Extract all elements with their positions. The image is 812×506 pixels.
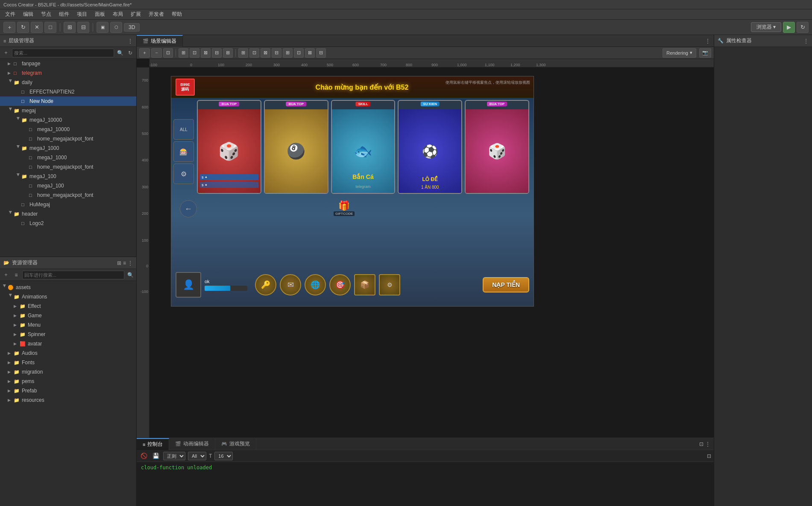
tree-item-megaj10000-node[interactable]: □ megaJ_10000: [0, 125, 136, 134]
console-fontsize-select[interactable]: 16: [214, 452, 233, 460]
menu-layout[interactable]: 布局: [109, 10, 126, 19]
scene-canvas[interactable]: -100 0 100 200 300 400 500 600 700 800 9…: [137, 59, 714, 438]
tab-scene-editor[interactable]: 🎬 场景编辑器: [137, 35, 183, 47]
menu-dev[interactable]: 开发者: [145, 10, 167, 19]
console-save-button[interactable]: 💾: [151, 451, 161, 461]
tree-item-megaj1000-node[interactable]: □ megaJ_1000: [0, 153, 136, 162]
tab-console[interactable]: ≡ 控制台: [137, 438, 169, 450]
menu-help[interactable]: 帮助: [168, 10, 185, 19]
bottom-icon-gear[interactable]: ⚙: [379, 274, 400, 295]
hierarchy-menu-icon[interactable]: ⋮: [128, 38, 133, 44]
assets-add-button[interactable]: ＋: [2, 271, 10, 279]
rotate-tool[interactable]: ⊟: [77, 22, 89, 33]
zoom-fit-button[interactable]: ⊡: [163, 48, 173, 58]
game-card-1[interactable]: BUA TOP 🎲 $ ✦ $ ✦: [197, 100, 261, 194]
scene-align-5[interactable]: ⊞: [223, 48, 233, 58]
scene-align-3[interactable]: ⊠: [201, 48, 211, 58]
assets-search-button[interactable]: 🔍: [126, 271, 135, 279]
transform-tool[interactable]: ⬡: [110, 22, 122, 33]
scene-tool-7[interactable]: ⊠: [305, 48, 315, 58]
camera-icon[interactable]: 📷: [699, 48, 711, 58]
move-tool[interactable]: ⊞: [64, 22, 76, 33]
scene-align-4[interactable]: ⊟: [212, 48, 222, 58]
close-button[interactable]: ✕: [31, 22, 43, 33]
scene-tool-6[interactable]: ⊡: [294, 48, 304, 58]
scene-tool-1[interactable]: ⊞: [238, 48, 248, 58]
tree-item-megaj[interactable]: ▶ 📁 megaj: [0, 106, 136, 115]
frame-button[interactable]: □: [44, 22, 56, 33]
hierarchy-search-icon[interactable]: 🔍: [116, 49, 124, 57]
assets-search-input[interactable]: [22, 271, 124, 279]
tree-item-humegaj[interactable]: □ HuMegaj: [0, 200, 136, 209]
game-card-3[interactable]: SKILL 🐟 Bắn Cá telegram: [331, 100, 396, 194]
tree-item-effect[interactable]: ▶ 📁 Effect: [0, 301, 136, 311]
hierarchy-refresh-icon[interactable]: ↻: [126, 49, 135, 57]
back-button[interactable]: ←: [180, 200, 197, 217]
tree-item-home-mega-font-2[interactable]: □ home_megajackpot_font: [0, 162, 136, 172]
tree-item-animations[interactable]: ▶ 📁 Animations: [0, 292, 136, 301]
assets-list-icon[interactable]: ≡: [123, 260, 126, 266]
game-card-5[interactable]: BUA TOP 🎲: [465, 100, 529, 194]
zoom-in-button[interactable]: ＋: [139, 48, 150, 58]
tree-item-fanpage[interactable]: ▶ □ fanpage: [0, 59, 136, 68]
browser-button[interactable]: 浏览器 ▾: [751, 22, 781, 32]
nav-icon-button[interactable]: ⚙: [173, 164, 194, 184]
properties-menu-icon[interactable]: ⋮: [803, 38, 809, 44]
tree-item-logo2[interactable]: □ Logo2: [0, 219, 136, 228]
menu-file[interactable]: 文件: [2, 10, 19, 19]
console-clear-button[interactable]: 🚫: [139, 451, 149, 461]
assets-menu-icon[interactable]: ⋮: [128, 260, 133, 266]
scene-tool-8[interactable]: ⊟: [316, 48, 326, 58]
play-button[interactable]: ▶: [783, 22, 795, 33]
tree-item-menu[interactable]: ▶ 📁 Menu: [0, 320, 136, 330]
tree-item-home-mega-font-1[interactable]: □ home_megajackpot_font: [0, 134, 136, 143]
console-expand-button[interactable]: ⊡: [699, 441, 704, 447]
tab-animation-editor[interactable]: 🎬 动画编辑器: [169, 438, 215, 450]
console-filter-select[interactable]: 正则: [163, 452, 185, 460]
scene-tool-5[interactable]: ⊞: [283, 48, 293, 58]
tree-item-game[interactable]: ▶ 📁 Game: [0, 311, 136, 320]
game-card-2[interactable]: BUA TOP 🎱: [264, 100, 328, 194]
tree-item-effectnaptien2[interactable]: □ EFFECTNAPTIEN2: [0, 87, 136, 97]
giftcode-button[interactable]: 🎁 GIFTCODE: [334, 200, 355, 216]
bottom-icon-box[interactable]: 📦: [354, 274, 375, 295]
tree-item-megaj1000-folder[interactable]: ▶ 📁 megaJ_1000: [0, 143, 136, 153]
nap-tien-button[interactable]: NẠP TIỀN: [483, 277, 529, 292]
zoom-out-button[interactable]: －: [151, 48, 162, 58]
tree-item-avatar[interactable]: ▶ 🟥 avatar: [0, 339, 136, 348]
menu-extend[interactable]: 扩展: [127, 10, 144, 19]
bottom-icon-target[interactable]: 🎯: [329, 274, 351, 295]
scene-tool-2[interactable]: ⊡: [249, 48, 259, 58]
tree-item-megaj100-node[interactable]: □ megaJ_100: [0, 181, 136, 190]
assets-new-icon[interactable]: ⊞: [117, 260, 121, 266]
hierarchy-add-button[interactable]: ＋: [2, 49, 10, 57]
tree-item-prefab[interactable]: ▶ 📁 Prefab: [0, 386, 136, 395]
menu-panel[interactable]: 面板: [91, 10, 108, 19]
tree-item-daily[interactable]: ▶ 📁 daily: [0, 78, 136, 87]
3d-button[interactable]: 3D: [124, 23, 140, 32]
rect-tool[interactable]: ▣: [97, 22, 108, 33]
bottom-icon-globe[interactable]: 🌐: [305, 274, 326, 295]
tree-item-fonts[interactable]: ▶ 📁 Fonts: [0, 358, 136, 367]
game-card-4[interactable]: SU KIEN ⚽ LÔ ĐỀ 1 ĂN 800: [398, 100, 462, 194]
console-menu-button[interactable]: ⋮: [705, 441, 710, 447]
tree-item-resources[interactable]: ▶ 📁 resources: [0, 395, 136, 405]
tree-item-audios[interactable]: ▶ 📁 Audios: [0, 348, 136, 358]
menu-component[interactable]: 组件: [56, 10, 73, 19]
menu-node[interactable]: 节点: [38, 10, 55, 19]
scene-tool-3[interactable]: ⊠: [261, 48, 270, 58]
tree-item-pems[interactable]: ▶ 📁 pems: [0, 377, 136, 386]
add-node-button[interactable]: ＋: [3, 22, 15, 33]
nav-slot-button[interactable]: 🎰: [173, 141, 194, 162]
console-expand-btn-right[interactable]: ⊡: [707, 453, 711, 459]
refresh-button[interactable]: ↻: [17, 22, 29, 33]
tab-game-preview[interactable]: 🎮 游戏预览: [215, 438, 256, 450]
tree-item-megaj100-folder[interactable]: ▶ 📁 megaJ_100: [0, 172, 136, 181]
menu-edit[interactable]: 编辑: [20, 10, 37, 19]
tree-item-telegram[interactable]: ▶ □ telegram: [0, 68, 136, 78]
tree-item-migration[interactable]: ▶ 📁 migration: [0, 367, 136, 377]
menu-project[interactable]: 项目: [73, 10, 91, 19]
scene-tab-menu-icon[interactable]: ⋮: [702, 38, 714, 44]
bottom-icon-mail[interactable]: ✉: [280, 274, 301, 295]
scene-tool-4[interactable]: ⊟: [272, 48, 281, 58]
